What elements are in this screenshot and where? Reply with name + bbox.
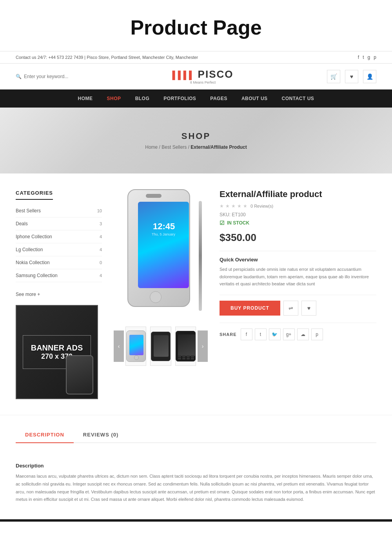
share-pinterest-button[interactable]: p (311, 329, 323, 340)
share-facebook-button[interactable]: f (241, 329, 252, 340)
nav-pages[interactable]: PAGES (203, 89, 234, 108)
thumbnail-1[interactable] (125, 327, 146, 366)
thumb-prev-button[interactable]: ‹ (114, 330, 124, 362)
category-count: 4 (100, 273, 102, 278)
product-main-image: 12:45 Thu, 5 January (114, 189, 212, 323)
categories-title: CATEGORIES (16, 190, 53, 200)
search-area[interactable]: 🔍 (16, 74, 79, 79)
product-rating: ★ ★ ★ ★ ★ 0 Review(s) (220, 203, 376, 209)
nav-contact-us[interactable]: CONTACT US (275, 89, 321, 108)
phone-screen: 12:45 Thu, 5 January (138, 202, 189, 288)
category-name: Iphone Collection (16, 234, 52, 239)
star-2: ★ (225, 203, 230, 209)
header: 🔍 ▌▌▌▌ PISCO It Means Perfect 🛒 ♥ 👤 (0, 64, 392, 89)
topbar-address: Pisco Store, Portland Street, Manchester… (87, 55, 198, 60)
category-name: Nokia Collection (16, 260, 50, 265)
mini-phone-3 (176, 331, 196, 361)
facebook-icon[interactable]: f (358, 55, 359, 60)
product-layout: 12:45 Thu, 5 January ‹ (114, 189, 376, 366)
breadcrumb-sep1: / (159, 144, 160, 150)
sidebar: CATEGORIES Best Sellers 10 Deals 3 Iphon… (16, 189, 102, 399)
review-count: 0 Review(s) (250, 204, 273, 208)
topbar-contact: Contact us 24/7: +44 573 222 7439 | Pisc… (16, 55, 198, 60)
category-count: 10 (97, 208, 102, 213)
category-item[interactable]: Lg Collection 4 (16, 243, 102, 256)
category-list: Best Sellers 10 Deals 3 Iphone Collectio… (16, 204, 102, 282)
tabs-header: DESCRIPTION REVIEWS (0) (16, 427, 376, 443)
share-twitter-button[interactable]: 🐦 (269, 329, 281, 340)
phone-camera (146, 194, 162, 198)
category-item[interactable]: Best Sellers 10 (16, 204, 102, 217)
share-tumblr-button[interactable]: t (255, 329, 267, 340)
star-1: ★ (220, 203, 224, 209)
tabs-section: DESCRIPTION REVIEWS (0) (0, 415, 392, 455)
topbar-separator: | (84, 55, 85, 60)
share-reddit-button[interactable]: ☁ (297, 329, 309, 340)
banner-ad-text: BANNER ADS (31, 343, 83, 352)
phone-home-button (150, 291, 162, 303)
star-5: ★ (243, 203, 247, 209)
category-item[interactable]: Iphone Collection 4 (16, 230, 102, 243)
breadcrumb-category[interactable]: Best Sellers (162, 144, 187, 150)
category-item[interactable]: Nokia Collection 0 (16, 256, 102, 269)
product-section: 12:45 Thu, 5 January ‹ (114, 189, 376, 399)
category-count: 0 (100, 260, 102, 265)
product-sku: SKU: ET100 (220, 212, 376, 217)
product-actions: BUY PRODUCT ⇌ ♥ (220, 301, 376, 316)
category-count: 4 (100, 234, 102, 239)
pinterest-icon[interactable]: p (374, 55, 376, 60)
account-button[interactable]: 👤 (363, 70, 376, 83)
product-divider-2 (220, 295, 376, 295)
thumbnail-2[interactable] (150, 327, 171, 366)
nav-shop[interactable]: SHOP (100, 89, 128, 108)
header-action-icons: 🛒 ♥ 👤 (327, 70, 376, 83)
search-icon: 🔍 (16, 74, 22, 79)
search-input[interactable] (24, 74, 79, 79)
breadcrumb-current: External/Affiliate Product (191, 144, 247, 150)
stock-check-icon: ☑ (220, 220, 225, 226)
main-nav: HOME SHOP BLOG PORTFOLIOS PAGES ABOUT US… (0, 89, 392, 108)
product-image-column: 12:45 Thu, 5 January ‹ (114, 189, 208, 366)
compare-button[interactable]: ⇌ (283, 301, 298, 316)
buy-product-button[interactable]: BUY PRODUCT (220, 301, 280, 316)
category-item[interactable]: Samsung Collection 4 (16, 269, 102, 282)
see-more-link[interactable]: See more + (16, 292, 102, 297)
cart-button[interactable]: 🛒 (327, 70, 340, 83)
contact-text: Contact us 24/7: +44 573 222 7439 (16, 55, 83, 60)
star-4: ★ (237, 203, 241, 209)
twitter-icon[interactable]: t (363, 55, 364, 60)
page-title: Product Page (8, 16, 384, 39)
googleplus-icon[interactable]: g (368, 55, 370, 60)
category-name: Deals (16, 221, 28, 226)
product-divider (220, 251, 376, 251)
description-content: Description Maecenas lacus arcu, vulputa… (0, 455, 392, 519)
tab-description[interactable]: DESCRIPTION (16, 427, 74, 443)
tab-reviews[interactable]: REVIEWS (0) (74, 427, 128, 442)
footer-bar (0, 519, 392, 522)
wishlist-button[interactable]: ♥ (345, 70, 358, 83)
thumbnails-row: ‹ (114, 327, 208, 366)
product-title: External/Affiliate product (220, 189, 376, 199)
phone-body: 12:45 Thu, 5 January (127, 189, 190, 307)
product-info: External/Affiliate product ★ ★ ★ ★ ★ 0 R… (220, 189, 376, 366)
product-divider-3 (220, 323, 376, 323)
social-icons: f t g p (356, 55, 376, 60)
thumb-next-button[interactable]: › (198, 330, 208, 362)
logo-bars-icon: ▌▌▌▌ (172, 71, 194, 79)
nav-portfolios[interactable]: PORTFOLIOS (156, 89, 203, 108)
description-heading: Description (16, 463, 376, 469)
stock-label: IN STOCK (227, 220, 249, 226)
share-googleplus-button[interactable]: g+ (283, 329, 295, 340)
mini-phone-2 (151, 332, 171, 361)
nav-about-us[interactable]: ABOUT US (234, 89, 275, 108)
nav-blog[interactable]: BLOG (128, 89, 157, 108)
quick-overview-title: Quick Overview (220, 257, 376, 263)
category-item[interactable]: Deals 3 (16, 217, 102, 230)
wishlist-add-button[interactable]: ♥ (301, 301, 316, 316)
breadcrumb-home[interactable]: Home (145, 144, 158, 150)
thumbnail-3[interactable] (175, 327, 196, 366)
phone-stylus (199, 201, 202, 311)
nav-home[interactable]: HOME (71, 89, 100, 108)
phone-display: 12:45 Thu, 5 January (123, 189, 202, 323)
category-count: 4 (100, 247, 102, 252)
